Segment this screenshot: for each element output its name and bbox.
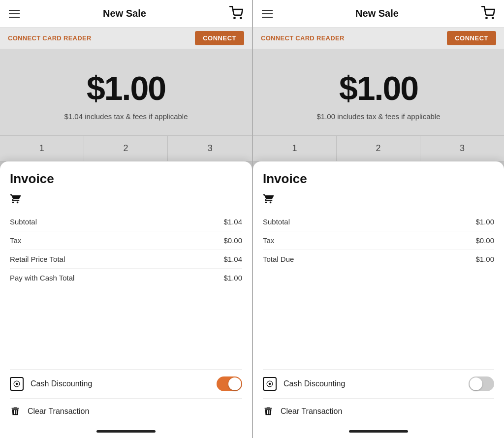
invoice-row-label-1: Tax: [10, 236, 21, 245]
numpad-area: 123: [253, 135, 504, 161]
invoice-header-row: [10, 193, 242, 207]
header: New Sale: [253, 0, 504, 28]
invoice-cart-icon: [10, 193, 21, 207]
phone-panel-left: New Sale CONNECT CARD READER CONNECT $1.…: [0, 0, 252, 438]
toggle-thumb: [470, 377, 482, 390]
svg-point-4: [486, 17, 487, 18]
invoice-sheet: Invoice Subtotal $1.00 Tax: [253, 161, 504, 438]
svg-point-5: [492, 17, 493, 18]
cash-discounting-label: Cash Discounting: [284, 379, 469, 388]
trash-icon: [10, 406, 21, 417]
connect-bar: CONNECT CARD READER CONNECT: [253, 28, 504, 49]
cash-discounting-toggle[interactable]: [217, 376, 242, 391]
cart-icon[interactable]: [481, 6, 495, 22]
invoice-row-value-1: $0.00: [223, 236, 242, 245]
invoice-row-3: Pay with Cash Total $1.00: [10, 269, 242, 287]
invoice-row-value-0: $1.04: [223, 218, 242, 226]
invoice-sheet: Invoice Subtotal $1.04 Tax: [0, 161, 252, 438]
numpad-cell-1[interactable]: 1: [0, 136, 84, 161]
cash-discounting-toggle[interactable]: [469, 376, 494, 391]
home-bar: [96, 430, 156, 433]
home-indicator: [263, 424, 494, 438]
invoice-row-0: Subtotal $1.00: [263, 213, 494, 231]
clear-transaction-label: Clear Transaction: [281, 407, 342, 416]
amount-subtitle: $1.00 includes tax & fees if applicable: [317, 112, 441, 121]
amount-display: $1.00: [339, 69, 418, 107]
page-title: New Sale: [103, 8, 146, 19]
invoice-row-value-2: $1.00: [475, 255, 494, 263]
invoice-row-value-2: $1.04: [223, 255, 242, 263]
clear-transaction-row[interactable]: Clear Transaction: [10, 398, 242, 424]
header: New Sale: [0, 0, 252, 28]
svg-point-1: [240, 17, 241, 18]
invoice-row-1: Tax $0.00: [10, 231, 242, 250]
home-bar: [349, 430, 408, 433]
invoice-row-value-1: $0.00: [475, 236, 494, 245]
invoice-row-label-0: Subtotal: [263, 218, 290, 226]
invoice-row-0: Subtotal $1.04: [10, 213, 242, 231]
numpad-cell-3[interactable]: 3: [420, 136, 504, 161]
home-indicator: [10, 424, 242, 438]
connect-button[interactable]: CONNECT: [447, 31, 496, 45]
cash-discounting-icon: [10, 377, 24, 391]
numpad-cell-2[interactable]: 2: [337, 136, 420, 161]
clear-transaction-row[interactable]: Clear Transaction: [263, 398, 494, 424]
cart-icon[interactable]: [229, 6, 243, 22]
invoice-row-label-3: Pay with Cash Total: [10, 274, 74, 282]
hamburger-menu-icon[interactable]: [9, 10, 20, 18]
cash-discounting-row: Cash Discounting: [263, 369, 494, 398]
toggle-thumb: [228, 377, 241, 390]
page-title: New Sale: [355, 8, 399, 19]
connect-card-reader-label: CONNECT CARD READER: [8, 34, 92, 42]
cash-discounting-row: Cash Discounting: [10, 369, 242, 398]
trash-icon: [263, 406, 274, 417]
invoice-rows: Subtotal $1.04 Tax $0.00 Retail Price To…: [10, 213, 242, 369]
invoice-row-label-2: Retail Price Total: [10, 255, 65, 263]
invoice-row-label-2: Total Due: [263, 255, 294, 263]
invoice-row-label-1: Tax: [263, 236, 274, 245]
numpad-area: 123: [0, 135, 252, 161]
numpad-cell-1[interactable]: 1: [253, 136, 337, 161]
invoice-row-value-3: $1.00: [223, 274, 242, 282]
invoice-row-2: Retail Price Total $1.04: [10, 250, 242, 269]
invoice-cart-icon: [263, 193, 274, 207]
svg-point-7: [269, 383, 271, 385]
numpad-cell-3[interactable]: 3: [168, 136, 252, 161]
connect-button[interactable]: CONNECT: [195, 31, 244, 45]
clear-transaction-label: Clear Transaction: [28, 407, 89, 416]
amount-area: $1.00 $1.00 includes tax & fees if appli…: [253, 49, 504, 135]
invoice-header-row: [263, 193, 494, 207]
invoice-title: Invoice: [10, 171, 242, 187]
invoice-row-2: Total Due $1.00: [263, 250, 494, 268]
cash-discounting-label: Cash Discounting: [31, 379, 217, 388]
phone-panel-right: New Sale CONNECT CARD READER CONNECT $1.…: [252, 0, 504, 438]
numpad-cell-2[interactable]: 2: [84, 136, 168, 161]
amount-subtitle: $1.04 includes tax & fees if applicable: [64, 112, 188, 121]
cash-discounting-icon: [263, 377, 277, 391]
hamburger-menu-icon[interactable]: [262, 10, 273, 18]
connect-card-reader-label: CONNECT CARD READER: [261, 34, 345, 42]
svg-point-0: [234, 17, 235, 18]
invoice-row-value-0: $1.00: [475, 218, 494, 226]
amount-display: $1.00: [87, 69, 165, 107]
amount-area: $1.00 $1.04 includes tax & fees if appli…: [0, 49, 252, 135]
invoice-title: Invoice: [263, 171, 494, 187]
connect-bar: CONNECT CARD READER CONNECT: [0, 28, 252, 49]
svg-point-3: [16, 383, 18, 385]
invoice-row-label-0: Subtotal: [10, 218, 37, 226]
invoice-row-1: Tax $0.00: [263, 231, 494, 250]
invoice-rows: Subtotal $1.00 Tax $0.00 Total Due $1.00: [263, 213, 494, 369]
